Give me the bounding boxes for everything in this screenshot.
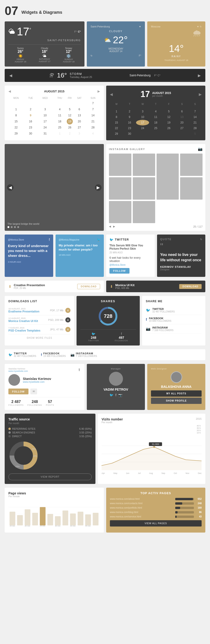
sl-facebook-icon: f: [41, 353, 42, 357]
pv-title: Page views: [9, 492, 100, 495]
dl-btn-2[interactable]: DOWNLOAD: [179, 284, 201, 289]
dl-btn-1[interactable]: DOWNLOAD: [77, 284, 100, 289]
dark-date-big: 17: [141, 89, 150, 99]
dark-cal-prev[interactable]: ◀: [110, 92, 113, 96]
slider-dot-1[interactable]: [8, 226, 9, 228]
insta-img-4[interactable]: [180, 154, 202, 176]
unit-f[interactable]: F°: [74, 30, 77, 33]
dl-list-item-1: 16 AUGUST, 2015 Evatheme Presentation PD…: [9, 306, 70, 315]
insta-img-2[interactable]: [133, 154, 155, 176]
insta-img-3[interactable]: [157, 154, 179, 200]
quote-refresh[interactable]: ↻: [200, 238, 202, 240]
cal-next[interactable]: ▶: [97, 89, 100, 93]
dark-cal-next[interactable]: ▶: [199, 92, 201, 96]
tw-article-2: 6 wet hair looks for every situation: [110, 256, 151, 263]
warm-temp: 14°: [151, 43, 201, 54]
profile-follow-button[interactable]: FOLLOW: [9, 388, 29, 394]
dl-item-icon-3[interactable]: ⬇: [65, 327, 70, 332]
svg-rect-24: [40, 507, 46, 526]
twitter-follow-button[interactable]: FOLLOW: [110, 268, 130, 274]
dl-icon-1: ⬇: [9, 284, 12, 289]
share-instagram-icon: 📷: [146, 327, 151, 331]
cal-prev[interactable]: ◀: [9, 89, 11, 93]
show-more-files[interactable]: SHOW MORE FILES: [9, 337, 70, 339]
weather-row: 🌥 17° F° C° SAINT-PETERSBURG Sunny 26° ☀…: [5, 22, 205, 66]
shares-number: 728: [104, 313, 113, 319]
dl-size-2: PSD, 605 Mb: [115, 287, 134, 290]
slider-next[interactable]: ▶: [95, 184, 101, 191]
view-all-pages-button[interactable]: VIEW ALL PAGES: [110, 520, 201, 526]
dl-name-1: Creative Presentation: [14, 284, 45, 287]
traffic-legend: REFERRING SITES 6.90 (50%) SEARCH ENGINE…: [9, 428, 92, 438]
insta-next[interactable]: ▶: [113, 225, 115, 228]
profile-row: Stanislav Kerimovwww.mywebsite.com ⬆ Sta…: [5, 364, 205, 410]
dark-calendar-grid: MTWTFSS 1234567 891011121314 15161718192…: [110, 102, 201, 136]
insta-img-8[interactable]: [109, 201, 131, 223]
pcw-btn-profile[interactable]: SHOW PROFILE: [151, 398, 201, 404]
quote-role: Designer: [160, 268, 202, 271]
visits-title: Vizits number: [101, 418, 123, 421]
quote-mark: ": [160, 242, 202, 251]
dl-list-title: DOWNLOADS LIST: [9, 300, 70, 303]
svg-rect-22: [25, 510, 31, 526]
dl-size-1: PDF, 25 Mb: [14, 287, 45, 290]
section-title: Widgets & Diagrams: [22, 10, 62, 17]
insta-img-6[interactable]: [133, 177, 155, 200]
dl-list-item-3: 7 AUGUST, 2015 PSD Creative Templates JP…: [9, 325, 70, 334]
insta-prev[interactable]: ◀: [109, 225, 111, 228]
insta-img-9[interactable]: [133, 201, 155, 223]
svg-text:31.000: 31.000: [152, 443, 159, 445]
line-chart: 31.000 Apr May Jun Jul Aug Sep Oct Nov D…: [101, 438, 201, 466]
weather-strip: ◀ ⛈ 16° STORM Tuesday, August 25 Saint-P…: [5, 69, 205, 82]
dark-month: AUGUST 2015: [152, 92, 171, 95]
tw-post-time: 18 MIN AGO: [59, 254, 101, 256]
profile-message-button[interactable]: ✉: [30, 388, 37, 394]
mid-refresh[interactable]: ↻: [90, 54, 92, 57]
quote-text: You need to live your life without regre…: [160, 252, 202, 263]
pv-sub: Per minute: [9, 495, 100, 498]
insta-img-1[interactable]: [109, 154, 131, 176]
insta-img-7[interactable]: [180, 177, 202, 200]
pcd-name: VADIM PETROV: [90, 388, 141, 391]
warm-city: Moscow: [151, 25, 160, 28]
section-number: 07: [5, 5, 18, 17]
unit-c[interactable]: C°: [78, 30, 81, 33]
pcw-btn-posts[interactable]: MY ALL POSTS: [151, 390, 201, 397]
profile-share-icon[interactable]: ⬆: [78, 368, 81, 372]
view-report-button[interactable]: VIEW REPORT: [9, 474, 92, 480]
pcd-instagram-icon[interactable]: 📷: [118, 393, 122, 397]
insta-icon: 📷: [198, 147, 202, 151]
pcd-twitter-icon[interactable]: 🐦: [110, 393, 114, 397]
tw-widget-icon: 🐦: [110, 238, 114, 242]
svg-text:20 min: 20 min: [25, 525, 30, 527]
shares-twitter-count: 248: [88, 336, 99, 340]
slider-dot-2[interactable]: [11, 226, 13, 228]
tp-item-4: www.monica.com/blog.html 86: [110, 511, 201, 514]
download-bars-row: ⬇ Creative Presentation PDF, 25 Mb DOWNL…: [5, 280, 205, 292]
dl-item-icon-1[interactable]: ⬇: [65, 308, 70, 313]
mid-unit[interactable]: F°: [139, 54, 141, 57]
dl-item-icon-2[interactable]: ⬇: [65, 317, 70, 322]
quote-author: KERIMOV STANISLAV: [160, 266, 202, 268]
weather-widget-mid: Saint-Petersburg ▼ CLOUDY ⛅ 22° WEDNESDA…: [87, 22, 145, 66]
slider-dot-3[interactable]: [14, 226, 16, 228]
pcd-facebook-icon[interactable]: f: [115, 393, 117, 397]
forecast-icon-1: ☀️: [15, 54, 26, 58]
profile-stats: 2 487 FOLLOWERS 248 FOLLOWING 57 POSTS: [9, 397, 81, 406]
slider-dot-4[interactable]: [17, 226, 19, 228]
dl-icon-2: ⬇: [110, 284, 113, 289]
slider-prev[interactable]: ◀: [7, 184, 14, 191]
page-views-svg: 15 min 20 min 25 min 30 min 40 min 55 mi…: [9, 500, 100, 528]
downloads-list: DOWNLOADS LIST 16 AUGUST, 2015 Evatheme …: [5, 296, 74, 346]
insta-img-5[interactable]: [109, 177, 131, 200]
top-pages-widget: TOP ACTIV PAGES www.monica.com/about.htm…: [106, 488, 205, 532]
visits-year[interactable]: 2015: [196, 418, 201, 420]
traffic-sub: Per month: [9, 422, 92, 424]
tp-title: TOP ACTIV PAGES: [110, 492, 201, 495]
strip-unit[interactable]: F° C°: [154, 74, 161, 77]
forecast-icon-2: 🌥: [39, 54, 50, 58]
strip-next[interactable]: ▶: [198, 73, 201, 78]
sl-instagram-icon: 📷: [70, 353, 74, 357]
share-instagram: 📷 INSTAGRAM 7 168 FOLLOWERS: [146, 324, 201, 334]
strip-prev[interactable]: ◀: [9, 73, 12, 78]
